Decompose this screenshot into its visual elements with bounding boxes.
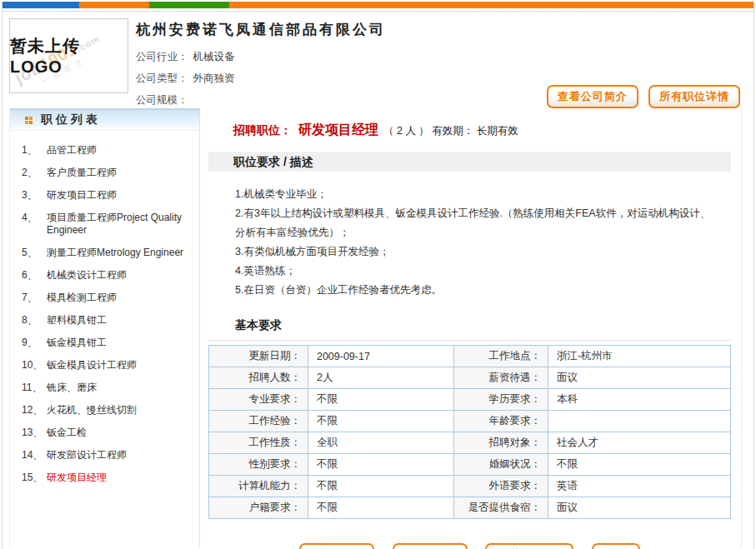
headcount: （ 2 人 ）	[383, 125, 429, 137]
table-row: 性别要求：不限 婚姻状况：不限	[209, 454, 731, 476]
job-link[interactable]: 火花机、慢丝线切割	[47, 404, 137, 417]
job-detail-panel: 招聘职位：研发项目经理（ 2 人 ） 有效期： 长期有效 职位要求 / 描述 1…	[208, 108, 742, 548]
requirement-line: 4.英语熟练；	[235, 262, 711, 281]
job-list-item[interactable]: 8、塑料模具钳工	[22, 309, 194, 332]
job-list-item[interactable]: 3、研发项目工程师	[22, 184, 194, 207]
topbar-segment-orange-long	[229, 2, 753, 8]
basic-requirements-table: 更新日期：2009-09-17 工作地点：浙江-杭州市 招聘人数：2人 薪资待遇…	[208, 345, 731, 519]
grid-squares-icon	[25, 117, 33, 124]
basic-requirements-header: 基本要求	[208, 318, 731, 341]
job-link[interactable]: 客户质量工程师	[47, 167, 117, 179]
topbar-segment-blue	[3, 2, 79, 8]
company-industry-label: 公司行业：	[136, 51, 188, 62]
company-size-label: 公司规模：	[136, 94, 188, 106]
table-row: 户籍要求：不限 是否提供食宿：面议	[209, 497, 731, 519]
validity-value: 长期有效	[477, 125, 518, 137]
table-row: 更新日期：2009-09-17 工作地点：浙江-杭州市	[209, 346, 731, 367]
job-list-item[interactable]: 11、铣床、磨床	[22, 377, 194, 399]
recruiting-position-label: 招聘职位：	[233, 123, 292, 137]
job-link-active[interactable]: 研发项目经理	[47, 472, 107, 484]
job-link[interactable]: 钣金工检	[47, 427, 87, 439]
table-row: 计算机能力：不限 外语要求：英语	[209, 476, 731, 497]
all-jobs-detail-button[interactable]: 所有职位详情	[648, 85, 740, 108]
company-logo-placeholder: job1001.com 一览英才 暂未上传LOGO	[9, 18, 128, 93]
job-link[interactable]: 机械类设计工程师	[47, 269, 127, 282]
requirement-line: 3.有类似机械方面项目开发经验；	[235, 242, 711, 262]
job-list-item[interactable]: 6、机械类设计工程师	[22, 264, 194, 287]
requirement-line: 2.有3年以上结构设计或塑料模具、钣金模具设计工作经验.（熟练使用相关FEA软件…	[235, 204, 711, 242]
job-link[interactable]: 塑料模具钳工	[47, 314, 107, 327]
requirements-section-header: 职位要求 / 描述	[208, 152, 731, 172]
content: 职位列表 1、品管工程师 2、客户质量工程师 3、研发项目工程师 4、项目质量工…	[3, 108, 753, 548]
page: job1001.com 一览英才 暂未上传LOGO 杭州安费诺飞凤通信部品有限公…	[2, 2, 754, 549]
company-type-value: 外商独资	[193, 72, 235, 84]
job-link[interactable]: 项目质量工程师Project Quality Engineer	[47, 212, 194, 237]
requirement-line: 1.机械类专业毕业；	[235, 185, 711, 204]
job-list-item[interactable]: 5、测量工程师Metrology Engineer	[22, 242, 194, 264]
job-list-item[interactable]: 9、钣金模具钳工	[22, 332, 194, 354]
job-title: 研发项目经理	[298, 122, 378, 137]
save-job-button[interactable]: 收藏职位	[393, 543, 468, 549]
action-buttons: 立刻申请 收藏职位 推荐给好友 打印	[208, 543, 731, 549]
table-row: 工作经验：不限 年龄要求：	[209, 411, 731, 432]
job-list: 1、品管工程师 2、客户质量工程师 3、研发项目工程师 4、项目质量工程师Pro…	[10, 131, 199, 489]
job-link[interactable]: 铣床、磨床	[47, 382, 97, 394]
recommend-to-friend-button[interactable]: 推荐给好友	[485, 543, 573, 549]
topbar-segment-green	[149, 2, 229, 8]
job-list-item-active[interactable]: 15、研发项目经理	[22, 467, 194, 489]
job-list-item[interactable]: 1、品管工程师	[22, 139, 194, 162]
logo-placeholder-text: 暂未上传LOGO	[10, 35, 128, 77]
table-row: 招聘人数：2人 薪资待遇：面议	[209, 367, 731, 389]
job-link[interactable]: 模具检测工程师	[47, 292, 117, 304]
company-header: job1001.com 一览英才 暂未上传LOGO 杭州安费诺飞凤通信部品有限公…	[3, 12, 753, 105]
job-link[interactable]: 品管工程师	[47, 144, 97, 157]
job-list-item[interactable]: 4、项目质量工程师Project Quality Engineer	[22, 207, 194, 242]
job-list-header: 职位列表	[10, 108, 199, 131]
table-row: 工作性质：全职 招聘对象：社会人才	[209, 432, 731, 454]
table-row: 专业要求：不限 学历要求：本科	[209, 389, 731, 411]
view-company-profile-button[interactable]: 查看公司简介	[547, 85, 638, 108]
job-list-item[interactable]: 10、钣金模具设计工程师	[22, 354, 194, 377]
top-color-bar	[3, 2, 753, 8]
requirement-line: 5.在日资（台资）企业工作经验者优先考虑。	[235, 281, 711, 300]
job-list-item[interactable]: 7、模具检测工程师	[22, 287, 194, 309]
job-link[interactable]: 研发部设计工程师	[47, 449, 127, 462]
company-name: 杭州安费诺飞凤通信部品有限公司	[136, 20, 745, 39]
requirements-text: 1.机械类专业毕业； 2.有3年以上结构设计或塑料模具、钣金模具设计工作经验.（…	[208, 172, 731, 300]
apply-now-button[interactable]: 立刻申请	[299, 543, 374, 549]
job-list-item[interactable]: 2、客户质量工程师	[22, 162, 194, 184]
job-link[interactable]: 研发项目工程师	[47, 189, 117, 202]
job-list-item[interactable]: 13、钣金工检	[22, 422, 194, 444]
job-link[interactable]: 钣金模具设计工程师	[47, 359, 137, 372]
company-industry-value: 机械设备	[193, 51, 235, 62]
job-link[interactable]: 钣金模具钳工	[47, 337, 107, 349]
job-list-item[interactable]: 12、火花机、慢丝线切割	[22, 399, 194, 422]
print-button[interactable]: 打印	[592, 543, 640, 549]
validity-label: 有效期：	[432, 125, 473, 137]
job-list-title: 职位列表	[41, 112, 101, 127]
job-link[interactable]: 测量工程师Metrology Engineer	[47, 247, 183, 259]
topbar-segment-orange	[79, 2, 149, 8]
company-industry-row: 公司行业：机械设备	[136, 46, 745, 67]
job-title-line: 招聘职位：研发项目经理（ 2 人 ） 有效期： 长期有效	[208, 108, 731, 139]
header-buttons: 查看公司简介 所有职位详情	[539, 85, 740, 108]
job-list-item[interactable]: 14、研发部设计工程师	[22, 444, 194, 467]
company-type-label: 公司类型：	[136, 72, 188, 84]
job-list-sidebar: 职位列表 1、品管工程师 2、客户质量工程师 3、研发项目工程师 4、项目质量工…	[9, 108, 200, 548]
